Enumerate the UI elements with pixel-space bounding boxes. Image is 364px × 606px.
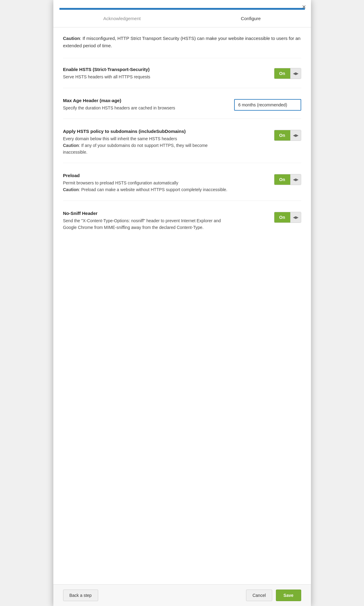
footer-right-actions: Cancel Save bbox=[246, 590, 301, 601]
modal-footer: Back a step Cancel Save bbox=[53, 584, 311, 606]
toggle-arrow-hsts[interactable]: ◀▶ bbox=[290, 68, 301, 79]
back-button[interactable]: Back a step bbox=[63, 590, 98, 601]
setting-row-subdomains: Apply HSTS policy to subdomains (include… bbox=[63, 129, 301, 163]
caution-bold: Caution bbox=[63, 36, 80, 41]
setting-desc-preload: Permit browsers to preload HSTS configur… bbox=[63, 180, 233, 193]
close-button[interactable]: × bbox=[302, 4, 306, 10]
setting-title-subdomains: Apply HSTS policy to subdomains (include… bbox=[63, 129, 233, 134]
caution-body: : If misconfigured, HTTP Strict Transpor… bbox=[63, 36, 301, 48]
setting-caution-subdomains: Caution: If any of your subdomains do no… bbox=[63, 143, 208, 155]
save-button[interactable]: Save bbox=[276, 590, 301, 601]
setting-caution-subdomains-bold: Caution bbox=[63, 143, 79, 148]
tabs-container: Acknowledgement Configure bbox=[53, 10, 311, 27]
setting-title-enable-hsts: Enable HSTS (Strict-Transport-Security) bbox=[63, 67, 233, 72]
setting-title-no-sniff: No-Sniff Header bbox=[63, 211, 233, 216]
toggle-on-label-hsts: On bbox=[274, 68, 290, 79]
modal: × Acknowledgement Configure Caution: If … bbox=[53, 0, 311, 606]
setting-desc-enable-hsts: Serve HSTS headers with all HTTPS reques… bbox=[63, 74, 233, 80]
toggle-subdomains[interactable]: On ◀▶ bbox=[274, 130, 301, 141]
progress-bar bbox=[59, 8, 305, 10]
setting-info-preload: Preload Permit browsers to preload HSTS … bbox=[63, 173, 240, 193]
setting-info-enable-hsts: Enable HSTS (Strict-Transport-Security) … bbox=[63, 67, 240, 80]
modal-body: Caution: If misconfigured, HTTP Strict T… bbox=[53, 27, 311, 584]
setting-info-subdomains: Apply HSTS policy to subdomains (include… bbox=[63, 129, 240, 155]
setting-info-max-age: Max Age Header (max-age) Specify the dur… bbox=[63, 98, 234, 112]
setting-row-no-sniff: No-Sniff Header Send the "X-Content-Type… bbox=[63, 211, 301, 238]
setting-title-preload: Preload bbox=[63, 173, 233, 178]
toggle-on-label-no-sniff: On bbox=[274, 212, 290, 223]
modal-header: × bbox=[53, 0, 311, 10]
toggle-on-label-preload: On bbox=[274, 174, 290, 185]
setting-info-no-sniff: No-Sniff Header Send the "X-Content-Type… bbox=[63, 211, 240, 231]
setting-row-preload: Preload Permit browsers to preload HSTS … bbox=[63, 173, 301, 201]
setting-row-enable-hsts: Enable HSTS (Strict-Transport-Security) … bbox=[63, 67, 301, 88]
toggle-arrow-subdomains[interactable]: ◀▶ bbox=[290, 130, 301, 141]
toggle-arrow-preload[interactable]: ◀▶ bbox=[290, 174, 301, 185]
setting-desc-max-age: Specify the duration HSTS headers are ca… bbox=[63, 105, 227, 112]
toggle-enable-hsts[interactable]: On ◀▶ bbox=[274, 68, 301, 79]
setting-row-max-age: Max Age Header (max-age) Specify the dur… bbox=[63, 98, 301, 119]
setting-control-preload: On ◀▶ bbox=[274, 173, 301, 185]
caution-paragraph: Caution: If misconfigured, HTTP Strict T… bbox=[63, 35, 301, 49]
setting-control-subdomains: On ◀▶ bbox=[274, 129, 301, 141]
setting-desc-no-sniff: Send the "X-Content-Type-Options: nosnif… bbox=[63, 218, 233, 231]
setting-control-max-age: 6 months (recommended) 1 year 2 years 1 … bbox=[234, 98, 301, 111]
setting-desc-preload-text: Permit browsers to preload HSTS configur… bbox=[63, 180, 178, 185]
setting-caution-preload: Caution: Preload can make a website with… bbox=[63, 187, 227, 192]
setting-control-no-sniff: On ◀▶ bbox=[274, 211, 301, 223]
setting-caution-preload-bold: Caution bbox=[63, 187, 79, 192]
setting-control-enable-hsts: On ◀▶ bbox=[274, 67, 301, 79]
divider-top bbox=[63, 58, 301, 58]
progress-bar-fill bbox=[59, 8, 305, 10]
toggle-no-sniff[interactable]: On ◀▶ bbox=[274, 212, 301, 223]
toggle-arrow-no-sniff[interactable]: ◀▶ bbox=[290, 212, 301, 223]
setting-desc-subdomains-text: Every domain below this will inherit the… bbox=[63, 136, 177, 141]
toggle-on-label-subdomains: On bbox=[274, 130, 290, 141]
cancel-button[interactable]: Cancel bbox=[246, 590, 272, 601]
toggle-preload[interactable]: On ◀▶ bbox=[274, 174, 301, 185]
max-age-select[interactable]: 6 months (recommended) 1 year 2 years 1 … bbox=[234, 99, 301, 111]
tab-configure[interactable]: Configure bbox=[235, 15, 267, 22]
tab-acknowledgement[interactable]: Acknowledgement bbox=[97, 15, 147, 22]
setting-title-max-age: Max Age Header (max-age) bbox=[63, 98, 227, 103]
setting-desc-subdomains: Every domain below this will inherit the… bbox=[63, 136, 233, 155]
